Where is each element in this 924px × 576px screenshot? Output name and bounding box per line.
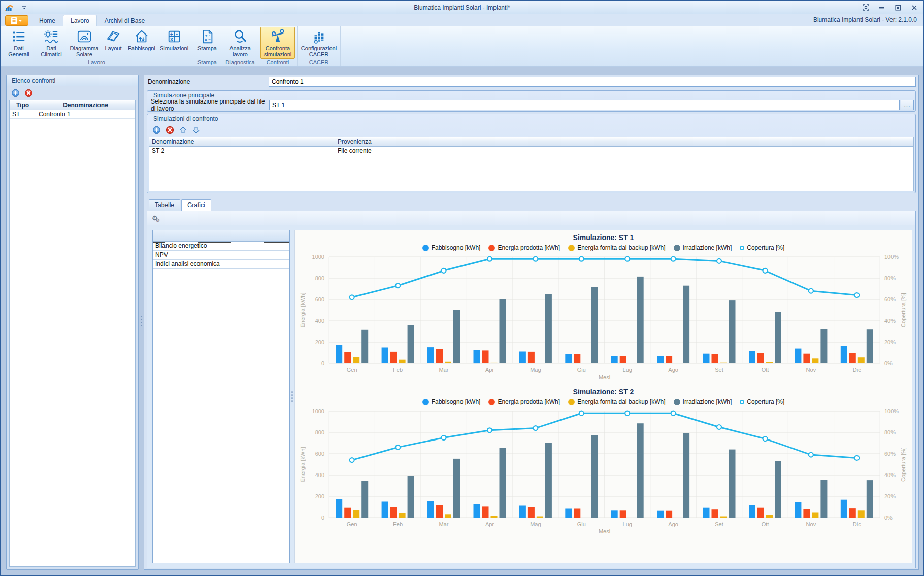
simulazione-principale-input[interactable]: ST 1 (269, 100, 900, 110)
svg-text:Set: Set (715, 521, 723, 527)
svg-text:Feb: Feb (393, 367, 403, 373)
ribbon-group-lavoro: Dati Generali Dati Climatici (1, 26, 192, 66)
elenco-confronti-toolbar (7, 86, 138, 100)
ribbon-tab-home[interactable]: Home (31, 15, 63, 26)
svg-text:60%: 60% (884, 451, 896, 457)
legend-label: Fabbisogno [kWh] (432, 244, 481, 251)
move-down-icon[interactable] (192, 126, 201, 134)
ribbon-group-label: Lavoro (2, 59, 191, 66)
sun-climate-icon (44, 29, 59, 44)
legend-label: Energia fornita dal backup [kWh] (577, 398, 665, 405)
cell-denominazione: ST 2 (149, 147, 335, 155)
minimize-button[interactable] (878, 5, 885, 11)
balance-scale-icon: A B (270, 29, 285, 44)
chart-splitter[interactable] (290, 230, 294, 563)
seleziona-simulazione-label: Seleziona la simulazione principale dal … (149, 98, 269, 112)
ribbon-group-stampa: + -x = Stampa Stampa (192, 26, 222, 66)
legend-item[interactable]: Irradiazione [kWh] (674, 244, 732, 251)
tab-tabelle[interactable]: Tabelle (149, 199, 180, 211)
ribbon-button-layout[interactable]: Layout (102, 27, 125, 59)
ribbon-button-simulazioni[interactable]: +- x= Simulazioni (158, 27, 190, 59)
ribbon-button-analizza-lavoro[interactable]: Analizza lavoro (224, 27, 256, 59)
confronti-table: Tipo Denominazione ST Confronto 1 (9, 100, 136, 567)
svg-text:800: 800 (315, 429, 324, 435)
legend-label: Energia prodotta [kWh] (498, 398, 560, 405)
quick-access-chevron-icon[interactable] (21, 5, 27, 11)
add-icon[interactable] (11, 89, 20, 97)
chart-toolbar: ⚙⚙ (147, 211, 915, 225)
table-row[interactable]: ST 2 File corrente (149, 147, 913, 155)
delete-icon[interactable] (24, 89, 33, 97)
ribbon-group-diagnostica: Analizza lavoro Diagnostica (222, 26, 258, 66)
legend-item[interactable]: Energia prodotta [kWh] (488, 398, 560, 405)
list-item-bilancio-energetico[interactable]: Bilancio energetico (153, 242, 289, 251)
app-menu-button[interactable] (5, 15, 28, 26)
ribbon-tab-archivi[interactable]: Archivi di Base (97, 15, 152, 26)
chart-list-header (153, 230, 289, 242)
svg-text:Apr: Apr (485, 367, 494, 373)
svg-text:Energia [kWh]: Energia [kWh] (300, 292, 306, 327)
legend-item[interactable]: Copertura [%] (740, 244, 784, 251)
column-header-provenienza[interactable]: Provenienza (335, 137, 913, 146)
column-header-denominazione[interactable]: Denominazione (36, 100, 135, 110)
chart-title: Simulazione: ST 1 (295, 233, 912, 243)
svg-text:100%: 100% (884, 408, 899, 414)
column-header-denominazione[interactable]: Denominazione (149, 137, 335, 146)
restore-icon (895, 5, 901, 11)
legend-item[interactable]: Fabbisogno [kWh] (422, 244, 481, 251)
svg-text:Ago: Ago (668, 521, 678, 527)
legend-item[interactable]: Energia fornita dal backup [kWh] (568, 398, 665, 405)
svg-text:Energia [kWh]: Energia [kWh] (300, 447, 306, 482)
restore-button[interactable] (895, 5, 902, 11)
main-splitter[interactable] (139, 67, 144, 575)
svg-text:+: + (170, 31, 173, 37)
chart-plot: 020040060080010000%20%40%60%80%100%GenFe… (298, 407, 909, 538)
skylight-icon (106, 29, 121, 44)
ribbon-button-configurazioni-cacer[interactable]: Configurazioni CACER (300, 27, 338, 59)
ribbon-button-diagramma-solare[interactable]: Diagramma Solare (68, 27, 101, 59)
legend-item[interactable]: Energia fornita dal backup [kWh] (568, 244, 665, 251)
denominazione-input[interactable]: Confronto 1 (269, 77, 916, 87)
move-up-icon[interactable] (179, 126, 187, 134)
add-icon[interactable] (152, 126, 161, 134)
fullscreen-icon (863, 4, 869, 11)
legend-item[interactable]: Energia prodotta [kWh] (488, 244, 560, 251)
ribbon-button-confronta-simulazioni[interactable]: A B Confronta simulazioni (260, 27, 295, 59)
list-item-indici-analisi-economica[interactable]: Indici analisi economica (153, 260, 289, 269)
ribbon-button-dati-climatici[interactable]: Dati Climatici (36, 27, 67, 59)
legend-label: Energia fornita dal backup [kWh] (577, 244, 665, 251)
magnifier-icon (233, 29, 248, 44)
legend-label: Copertura [%] (747, 398, 784, 405)
list-item-npv[interactable]: NPV (153, 251, 289, 260)
legend-item[interactable]: Fabbisogno [kWh] (422, 398, 481, 405)
svg-text:Set: Set (715, 367, 723, 373)
ribbon-tab-row: Home Lavoro Archivi di Base Blumatica Im… (1, 14, 923, 26)
ribbon-tab-lavoro[interactable]: Lavoro (63, 15, 97, 26)
app-window: Blumatica Impianti Solari - Impianti* (0, 0, 924, 576)
ribbon-button-stampa[interactable]: + -x = Stampa (194, 27, 220, 59)
column-header-tipo[interactable]: Tipo (10, 100, 36, 110)
ribbon-button-dati-generali[interactable]: Dati Generali (3, 27, 35, 59)
ribbon-button-label: Dati Climatici (36, 45, 67, 58)
denominazione-label: Denominazione (147, 78, 269, 85)
close-button[interactable] (911, 5, 918, 11)
chart-legend: Fabbisogno [kWh]Energia prodotta [kWh]En… (295, 397, 912, 407)
fullscreen-button[interactable] (862, 5, 869, 11)
denominazione-row: Denominazione Confronto 1 (147, 77, 916, 87)
chart-legend: Fabbisogno [kWh]Energia prodotta [kWh]En… (295, 243, 912, 253)
ribbon-button-label: Simulazioni (160, 45, 188, 51)
delete-icon[interactable] (166, 126, 174, 134)
tab-grafici[interactable]: Grafici (181, 199, 211, 211)
table-row[interactable]: ST Confronto 1 (10, 110, 135, 119)
elenco-confronti-title: Elenco confronti (7, 75, 138, 86)
legend-item[interactable]: Irradiazione [kWh] (674, 398, 732, 405)
gears-icon[interactable]: ⚙⚙ (152, 215, 162, 221)
svg-text:Lug: Lug (623, 521, 632, 527)
browse-button[interactable]: ... (901, 100, 914, 110)
legend-item[interactable]: Copertura [%] (740, 398, 784, 405)
ribbon-button-fabbisogni[interactable]: Fabbisogni (126, 27, 157, 59)
chart-block-1: Simulazione: ST 1Fabbisogno [kWh]Energia… (295, 233, 912, 384)
cell-provenienza: File corrente (335, 147, 913, 155)
svg-text:60%: 60% (884, 296, 896, 302)
chart-block-2: Simulazione: ST 2Fabbisogno [kWh]Energia… (295, 388, 912, 538)
